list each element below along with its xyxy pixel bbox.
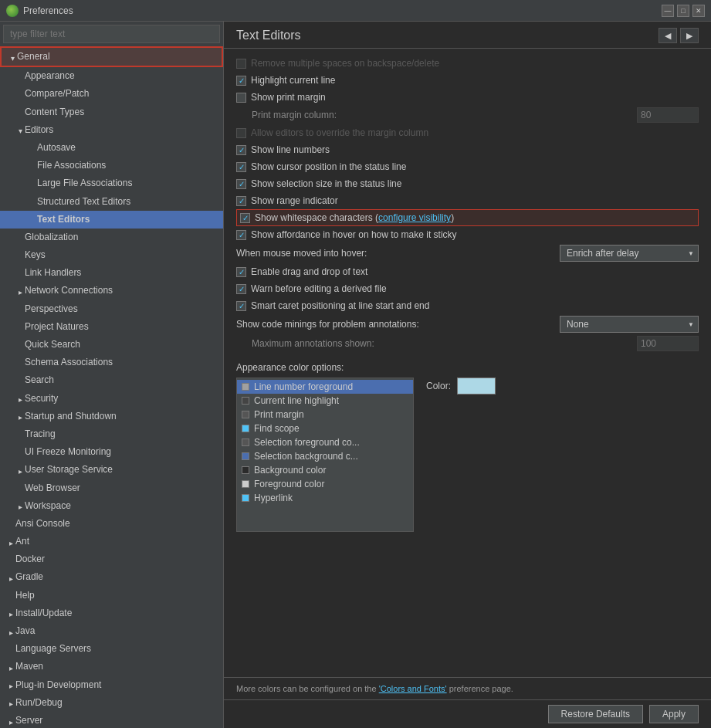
forward-button[interactable]: ▶ [680, 28, 699, 43]
hover-dropdown[interactable]: Enrich after delay Enrich immediately Ne… [560, 245, 699, 262]
tree-item-appearance[interactable]: Appearance [0, 67, 223, 85]
color-list-item-1[interactable]: Current line highlight [237, 394, 413, 408]
tree-label-editors: Editors [25, 123, 53, 137]
close-button[interactable]: ✕ [692, 5, 705, 17]
tree-arrow-workspace: ▸ [15, 501, 25, 510]
color-list-item-2[interactable]: Print margin [237, 408, 413, 422]
tree-item-ui-freeze[interactable]: UI Freeze Monitoring [0, 443, 223, 461]
tree-item-general[interactable]: ▾General [0, 46, 223, 67]
tree-item-text-editors[interactable]: Text Editors [0, 211, 223, 229]
tree-item-java[interactable]: ▸Java [0, 622, 223, 640]
tree-item-server[interactable]: ▸Server [0, 712, 223, 728]
color-list-item-3[interactable]: Find scope [237, 422, 413, 435]
tree-item-startup-shutdown[interactable]: ▸Startup and Shutdown [0, 408, 223, 425]
back-button[interactable]: ◀ [659, 28, 677, 43]
tree-item-docker[interactable]: Docker [0, 550, 223, 568]
tree-item-schema-associations[interactable]: Schema Associations [0, 354, 223, 371]
tree-item-large-file-assoc[interactable]: Large File Associations [0, 174, 223, 192]
tree-item-keys[interactable]: Keys [0, 246, 223, 264]
range-indicator-checkbox[interactable] [236, 196, 246, 206]
drag-drop-checkbox[interactable] [236, 267, 246, 277]
appearance-label: Appearance color options: [236, 359, 699, 374]
cursor-position-checkbox[interactable] [236, 162, 246, 172]
tree-item-language-servers[interactable]: Language Servers [0, 640, 223, 658]
color-list-item-6[interactable]: Background color [237, 463, 413, 477]
whitespace-row: Show whitespace characters (configure vi… [236, 209, 699, 226]
color-swatch-small-6 [242, 466, 249, 474]
tree-arrow-appearance [15, 72, 25, 81]
apply-button[interactable]: Apply [649, 705, 699, 723]
tree-item-workspace[interactable]: ▸Workspace [0, 497, 223, 515]
color-item-label-2: Print margin [254, 409, 304, 420]
tree-item-ansi-console[interactable]: Ansi Console [0, 515, 223, 533]
tree-arrow-autosave [28, 144, 37, 153]
tree-item-install-update[interactable]: ▸Install/Update [0, 604, 223, 622]
allow-override-checkbox[interactable] [236, 128, 246, 138]
print-margin-checkbox[interactable] [236, 93, 246, 103]
tree-item-run-debug[interactable]: ▸Run/Debug [0, 694, 223, 712]
tree-item-compare-patch[interactable]: Compare/Patch [0, 85, 223, 103]
filter-input[interactable] [3, 25, 220, 43]
action-buttons: Restore Defaults Apply [224, 699, 711, 728]
tree-item-project-natures[interactable]: Project Natures [0, 318, 223, 336]
color-list-item-4[interactable]: Selection foreground co... [237, 435, 413, 449]
tree-item-editors[interactable]: ▾Editors [0, 121, 223, 139]
tree-item-quick-search[interactable]: Quick Search [0, 336, 223, 354]
tree-item-gradle[interactable]: ▸Gradle [0, 568, 223, 586]
color-swatch[interactable] [457, 378, 496, 394]
configure-visibility-link[interactable]: configure visibility [378, 212, 451, 223]
tree-item-file-associations[interactable]: File Associations [0, 157, 223, 174]
tree-item-network-connections[interactable]: ▸Network Connections [0, 282, 223, 300]
line-numbers-checkbox[interactable] [236, 145, 246, 155]
whitespace-checkbox[interactable] [240, 213, 250, 223]
highlight-line-checkbox[interactable] [236, 76, 246, 86]
color-item-label-0: Line number foreground [254, 381, 353, 392]
smart-caret-checkbox[interactable] [236, 301, 246, 311]
max-annotations-input[interactable] [637, 336, 699, 351]
main-container: ▾GeneralAppearanceCompare/PatchContent T… [0, 22, 711, 728]
warn-editing-checkbox[interactable] [236, 284, 246, 294]
tree-item-security[interactable]: ▸Security [0, 390, 223, 408]
tree-item-autosave[interactable]: Autosave [0, 139, 223, 157]
tree-item-tracing[interactable]: Tracing [0, 425, 223, 443]
maximize-button[interactable]: □ [677, 5, 689, 17]
tree-item-plugin-development[interactable]: ▸Plug-in Development [0, 676, 223, 694]
selection-size-label: Show selection size in the status line [251, 178, 401, 189]
color-item-label-3: Find scope [254, 423, 300, 434]
tree-item-perspectives[interactable]: Perspectives [0, 300, 223, 318]
tree-item-structured-text[interactable]: Structured Text Editors [0, 193, 223, 211]
highlight-line-row: Highlight current line [236, 72, 699, 89]
tree-item-search[interactable]: Search [0, 371, 223, 389]
color-list-item-0[interactable]: Line number foreground [237, 380, 413, 394]
tree-container[interactable]: ▾GeneralAppearanceCompare/PatchContent T… [0, 46, 223, 728]
tree-arrow-perspectives [15, 304, 25, 313]
restore-defaults-button[interactable]: Restore Defaults [548, 705, 643, 723]
tree-item-user-storage[interactable]: ▸User Storage Service [0, 461, 223, 479]
tree-arrow-network-connections: ▸ [15, 286, 25, 296]
remove-spaces-checkbox[interactable] [236, 59, 246, 69]
warn-editing-row: Warn before editing a derived file [236, 280, 699, 297]
color-listbox[interactable]: Line number foregroundCurrent line highl… [236, 378, 414, 532]
tree-label-file-associations: File Associations [37, 158, 106, 173]
color-list-item-8[interactable]: Hyperlink [237, 491, 413, 505]
nav-buttons: ◀ ▶ [659, 28, 699, 43]
tree-item-globalization[interactable]: Globalization [0, 229, 223, 246]
affordance-checkbox[interactable] [236, 230, 246, 240]
tree-item-web-browser[interactable]: Web Browser [0, 479, 223, 497]
footer-end: preference page. [447, 684, 513, 693]
tree-item-help[interactable]: Help [0, 587, 223, 604]
color-list-item-5[interactable]: Selection background c... [237, 449, 413, 463]
tree-item-content-types[interactable]: Content Types [0, 103, 223, 121]
print-margin-input[interactable] [637, 107, 699, 123]
drag-drop-row: Enable drag and drop of text [236, 263, 699, 280]
selection-size-checkbox[interactable] [236, 179, 246, 189]
code-minings-dropdown[interactable]: None Errors Warnings Info [560, 316, 699, 333]
code-minings-dropdown-wrapper: None Errors Warnings Info [560, 316, 699, 333]
tree-item-link-handlers[interactable]: Link Handlers [0, 264, 223, 282]
tree-item-ant[interactable]: ▸Ant [0, 533, 223, 550]
color-list-item-7[interactable]: Foreground color [237, 477, 413, 491]
panel-title: Text Editors [236, 29, 301, 42]
tree-item-maven[interactable]: ▸Maven [0, 658, 223, 676]
minimize-button[interactable]: — [662, 5, 674, 17]
colors-fonts-link[interactable]: 'Colors and Fonts' [379, 684, 447, 693]
